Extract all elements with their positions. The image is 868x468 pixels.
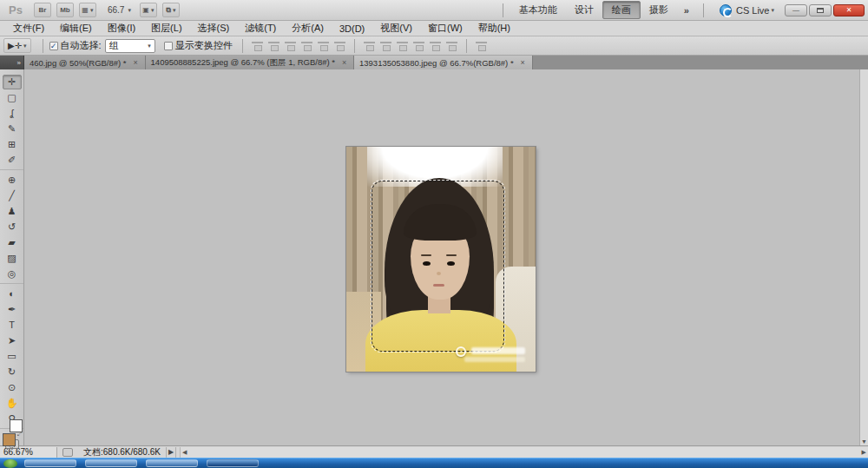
status-flyout-arrow[interactable]: ▶ (166, 447, 176, 458)
restore-button[interactable] (809, 4, 832, 16)
move-tool[interactable]: ✛ (3, 75, 22, 89)
close-tab-icon[interactable]: × (519, 59, 527, 67)
crop-tool[interactable]: ⊞ (3, 137, 22, 152)
align-vertical-centers-icon[interactable] (267, 40, 280, 51)
taskbar-app-button[interactable] (207, 459, 259, 467)
background-color-swatch[interactable] (10, 419, 23, 432)
blur-tool[interactable]: ◎ (3, 267, 22, 281)
tab-1409508885225[interactable]: 1409508885225.jpeg @ 66.7% (图层 1, RGB/8#… (146, 56, 354, 69)
vertical-scrollbar[interactable]: ▼ (859, 69, 868, 445)
gradient-tool[interactable]: ▨ (3, 251, 22, 266)
start-button[interactable] (3, 459, 17, 468)
menu-item[interactable]: 帮助(H) (470, 21, 518, 36)
align-horizontal-centers-icon[interactable] (317, 40, 330, 51)
menu-item[interactable]: 编辑(E) (52, 21, 100, 36)
history-brush-tool[interactable]: ↺ (3, 220, 22, 234)
lasso-tool[interactable]: ʆ (3, 106, 22, 121)
chevron-down-icon: ▾ (151, 7, 155, 14)
taskbar-app-button[interactable] (24, 459, 76, 467)
canvas-area[interactable]: ▼ (24, 69, 868, 445)
clone-stamp-tool[interactable]: ♟ (3, 204, 22, 219)
view-extras-icon[interactable]: ▦▾ (79, 3, 96, 17)
auto-select-checkbox[interactable]: ✓ (49, 42, 58, 50)
document-tab-title: 460.jpg @ 50%(RGB/8#) * (30, 58, 127, 68)
menu-item[interactable]: 窗口(W) (420, 21, 470, 36)
auto-select-value: 组 (109, 39, 119, 52)
tab-1393135053880[interactable]: 1393135053880.jpeg @ 66.7%(RGB/8#) * × (354, 56, 533, 69)
menu-item[interactable]: 图层(L) (143, 21, 189, 36)
type-tool[interactable]: T (3, 318, 22, 333)
distribute-bottom-edges-icon[interactable] (396, 40, 409, 51)
menu-item[interactable]: 分析(A) (284, 21, 332, 36)
scroll-right-arrow-icon[interactable]: ▶ (862, 447, 866, 458)
auto-align-layers-icon[interactable] (475, 40, 488, 51)
document-image[interactable] (346, 147, 536, 372)
distribute-vertical-centers-icon[interactable] (379, 40, 392, 51)
pen-tool[interactable]: ✒ (3, 302, 22, 317)
scroll-left-arrow-icon[interactable]: ◀ (182, 447, 187, 458)
distribute-top-edges-icon[interactable] (363, 40, 376, 51)
launch-minibridge-icon[interactable]: Mb (56, 3, 74, 17)
minimize-button[interactable]: — (785, 4, 807, 16)
show-transform-controls-checkbox[interactable] (164, 42, 173, 50)
workspace-essentials[interactable]: 基本功能 (510, 2, 566, 18)
selection-tools-group: ✛▢ʆ✎⊞✐ (0, 72, 23, 170)
dodge-tool[interactable]: ◐ (3, 287, 22, 301)
selection-marquee[interactable] (372, 181, 504, 352)
document-tabs: 460.jpg @ 50%(RGB/8#) * × 1409508885225.… (24, 56, 533, 69)
menu-item[interactable]: 图像(I) (100, 21, 143, 36)
eraser-tool[interactable]: ▰ (3, 235, 22, 250)
3d-orbit-tool[interactable]: ⊙ (3, 380, 22, 395)
screen-mode-icon[interactable]: ▣▾ (140, 3, 157, 17)
quick-selection-tool[interactable]: ✎ (3, 122, 22, 136)
distribute-right-edges-icon[interactable] (445, 40, 458, 51)
workspace-design[interactable]: 设计 (566, 2, 602, 18)
watermark-text-blur (464, 357, 525, 362)
close-button[interactable]: ✕ (833, 4, 865, 16)
workspace-overflow-chevron[interactable]: » (677, 5, 696, 16)
hand-tool[interactable]: ✋ (3, 396, 22, 411)
align-top-edges-icon[interactable] (251, 40, 264, 51)
spot-healing-brush-tool[interactable]: ⊕ (3, 173, 22, 188)
chevron-down-icon[interactable]: ▾ (128, 7, 131, 14)
vector-nav-tools-group: ◐✒T➤▭↻⊙✋⚲ (0, 284, 23, 429)
align-bottom-edges-icon[interactable] (284, 40, 297, 51)
scroll-down-arrow-icon[interactable]: ▼ (860, 438, 868, 445)
zoom-level-control[interactable]: 66.7 (108, 5, 124, 15)
workspace-photography[interactable]: 摄影 (641, 2, 677, 18)
arrange-documents-icon[interactable]: ⧉▾ (162, 3, 180, 17)
taskbar-app-button[interactable] (85, 459, 137, 467)
cs-live-menu[interactable]: CS Live ▾ (720, 4, 774, 16)
tools-panel-header[interactable]: » (0, 56, 24, 69)
launch-bridge-icon[interactable]: Br (34, 3, 51, 17)
menu-item[interactable]: 3D(D) (332, 23, 372, 35)
eyedropper-tool[interactable]: ✐ (3, 153, 22, 168)
3d-rotate-tool[interactable]: ↻ (3, 365, 22, 379)
workspace-painting[interactable]: 绘画 (602, 1, 641, 19)
align-left-edges-icon[interactable] (300, 40, 313, 51)
menu-item[interactable]: 选择(S) (190, 21, 238, 36)
align-right-edges-icon[interactable] (333, 40, 346, 51)
chevron-down-icon: ▾ (173, 7, 176, 14)
shape-tool[interactable]: ▭ (3, 349, 22, 364)
tab-460[interactable]: 460.jpg @ 50%(RGB/8#) * × (24, 56, 146, 69)
distribute-horizontal-centers-icon[interactable] (429, 40, 442, 51)
tool-preset-picker[interactable]: ▶✛ ▾ (3, 38, 31, 53)
path-selection-tool[interactable]: ➤ (3, 333, 22, 348)
document-tab-title: 1393135053880.jpeg @ 66.7%(RGB/8#) * (359, 58, 514, 68)
windows-taskbar[interactable] (0, 458, 868, 468)
divider (503, 3, 503, 17)
menu-item[interactable]: 视图(V) (372, 21, 420, 36)
menu-item[interactable]: 文件(F) (5, 21, 52, 36)
auto-select-dropdown[interactable]: 组 ▾ (105, 39, 155, 53)
foreground-color-swatch[interactable] (3, 433, 16, 446)
distribute-left-edges-icon[interactable] (412, 40, 425, 51)
brush-tool[interactable]: ╱ (3, 188, 22, 203)
close-tab-icon[interactable]: × (132, 59, 140, 67)
taskbar-app-button[interactable] (146, 459, 198, 467)
chevron-down-icon: ▾ (148, 43, 151, 49)
horizontal-scrollbar[interactable]: ◀ ▶ (180, 447, 868, 458)
close-tab-icon[interactable]: × (340, 59, 348, 67)
menu-item[interactable]: 滤镜(T) (237, 21, 284, 36)
rectangular-marquee-tool[interactable]: ▢ (3, 90, 22, 105)
